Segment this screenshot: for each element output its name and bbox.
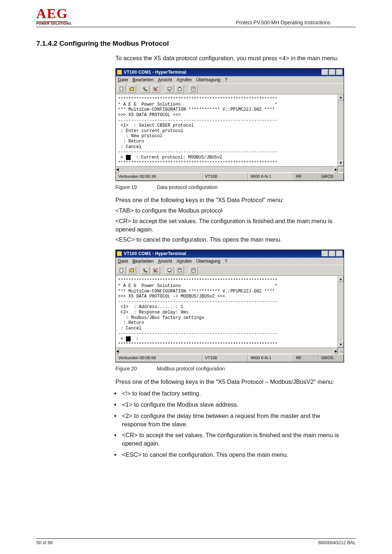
scroll-up-icon[interactable]: ▲ [338, 276, 344, 282]
scroll-up-icon[interactable]: ▲ [338, 94, 344, 100]
list-item: <CR> to accept the set values. The confi… [121, 431, 344, 448]
new-icon[interactable] [117, 85, 126, 93]
status-baud: 9600 8-N-1 [248, 354, 294, 362]
after1-p1: Press one of the following keys in the "… [115, 196, 344, 204]
figure-19-caption: Figure 19 Data protocol configuration [115, 184, 344, 191]
list-item: <1> to configure the Modbus slave addres… [121, 401, 344, 409]
footer-rule [36, 538, 356, 539]
close-button[interactable]: × [336, 69, 343, 75]
horizontal-scrollbar[interactable]: ◀ ▶ [116, 166, 338, 172]
call-icon[interactable] [141, 85, 150, 93]
toolbar [116, 83, 344, 94]
menu-call[interactable]: Anrufen [176, 258, 192, 264]
menu-help[interactable]: ? [225, 258, 227, 264]
menubar: Datei Bearbeiten Ansicht Anrufen Übertra… [116, 76, 344, 84]
figure-text: Modbus protocol configuration [157, 366, 225, 372]
status-rf: RF [294, 354, 319, 362]
menu-help[interactable]: ? [225, 77, 227, 83]
minimize-button[interactable]: _ [322, 69, 328, 75]
titlebar: VT100 COM1 - HyperTerminal _ □ × [116, 69, 344, 76]
menu-transfer[interactable]: Übertragung [196, 77, 221, 83]
window-title: VT100 COM1 - HyperTerminal [124, 69, 322, 75]
logo-subtitle: POWER SOLUTIONS [36, 22, 83, 25]
menu-edit[interactable]: Bearbeiten [132, 258, 154, 264]
menu-edit[interactable]: Bearbeiten [132, 77, 154, 83]
logo-text: AEG [36, 7, 83, 20]
figure-number: Figure 20 [115, 365, 155, 372]
figure-20-caption: Figure 20 Modbus protocol configuration [115, 365, 344, 372]
scroll-down-icon[interactable]: ▼ [338, 341, 344, 348]
titlebar: VT100 COM1 - HyperTerminal _ □ × [116, 250, 344, 258]
menu-transfer[interactable]: Übertragung [196, 258, 221, 264]
page: AEG POWER SOLUTIONS Protect PV.500-MH Op… [0, 0, 392, 554]
disconnect-icon[interactable] [151, 85, 160, 93]
app-icon [117, 251, 122, 256]
key-list: <!> to load the factory setting. <1> to … [121, 389, 344, 459]
terminal-output: ****************************************… [116, 94, 338, 166]
open-icon[interactable] [127, 266, 136, 274]
svg-rect-0 [120, 87, 123, 91]
receive-icon[interactable] [175, 85, 184, 93]
statusbar: Verbunden 00:05:39 VT100 9600 8-N-1 RF G… [116, 172, 344, 181]
doc-title: Protect PV.500-MH Operating Instructions [83, 20, 356, 25]
receive-icon[interactable] [175, 266, 184, 274]
disconnect-icon[interactable] [151, 266, 160, 274]
after1-p4: <ESC> to cancel the configuration. This … [115, 235, 344, 244]
after1-p3: <CR> to accept the set values. The confi… [115, 217, 344, 234]
section-heading: 7.1.4.2 Configuring the Modbus Protocol [36, 40, 356, 48]
minimize-button[interactable]: _ [322, 251, 328, 257]
status-emulation: VT100 [203, 354, 248, 362]
properties-icon[interactable] [189, 85, 198, 93]
vertical-scrollbar[interactable]: ▲ ▼ [338, 276, 344, 348]
svg-rect-3 [178, 88, 181, 90]
horizontal-scrollbar[interactable]: ◀ ▶ [116, 348, 338, 354]
call-icon[interactable] [141, 266, 150, 274]
status-gros: GROS [319, 354, 344, 362]
scroll-left-icon[interactable]: ◀ [116, 348, 119, 354]
menu-view[interactable]: Ansicht [158, 77, 172, 83]
send-icon[interactable] [165, 266, 174, 274]
status-gros: GROS [319, 173, 344, 181]
menu-file[interactable]: Datei [118, 77, 128, 83]
status-rf: RF [294, 173, 319, 181]
svg-rect-7 [120, 268, 123, 272]
after2-p1: Press one of the following keys in the "… [115, 378, 344, 386]
menu-view[interactable]: Ansicht [158, 258, 172, 264]
resize-grip[interactable] [338, 348, 344, 354]
logo: AEG POWER SOLUTIONS [36, 7, 83, 25]
app-icon [117, 70, 122, 75]
properties-icon[interactable] [189, 266, 198, 274]
header-rule [36, 27, 356, 27]
intro-text: To access the X5 data protocol configura… [115, 54, 344, 62]
svg-rect-2 [168, 87, 171, 90]
menu-call[interactable]: Anrufen [176, 77, 192, 83]
new-icon[interactable] [117, 266, 126, 274]
status-connection: Verbunden 00:05:39 [116, 173, 203, 181]
figure-text: Data protocol configuration [157, 184, 217, 190]
open-icon[interactable] [127, 85, 136, 93]
hyperterminal-window-2: VT100 COM1 - HyperTerminal _ □ × Datei B… [115, 250, 344, 362]
statusbar: Verbunden 00:06:58 VT100 9600 8-N-1 RF G… [116, 354, 344, 362]
resize-grip[interactable] [338, 166, 344, 172]
scroll-right-icon[interactable]: ▶ [334, 348, 338, 354]
menubar: Datei Bearbeiten Ansicht Anrufen Übertra… [116, 258, 344, 265]
list-item: <ESC> to cancel the configuration. This … [121, 451, 344, 459]
menu-file[interactable]: Datei [118, 258, 128, 264]
figure-20: VT100 COM1 - HyperTerminal _ □ × Datei B… [115, 250, 344, 372]
send-icon[interactable] [165, 85, 174, 93]
scroll-right-icon[interactable]: ▶ [334, 167, 338, 173]
doc-id: 80000043212 BAL [318, 540, 356, 545]
scroll-down-icon[interactable]: ▼ [338, 160, 344, 166]
vertical-scrollbar[interactable]: ▲ ▼ [338, 94, 344, 166]
maximize-button[interactable]: □ [329, 69, 335, 75]
maximize-button[interactable]: □ [329, 251, 335, 257]
figure-number: Figure 19 [115, 184, 155, 191]
status-connection: Verbunden 00:06:58 [116, 354, 203, 362]
hyperterminal-window-1: VT100 COM1 - HyperTerminal _ □ × Datei B… [115, 68, 344, 181]
list-item: <2> to configure the delay time between … [121, 412, 344, 428]
svg-rect-9 [168, 269, 171, 271]
scroll-left-icon[interactable]: ◀ [116, 167, 119, 173]
close-button[interactable]: × [336, 251, 343, 257]
svg-rect-10 [178, 270, 181, 272]
list-item: <!> to load the factory setting. [121, 389, 344, 398]
